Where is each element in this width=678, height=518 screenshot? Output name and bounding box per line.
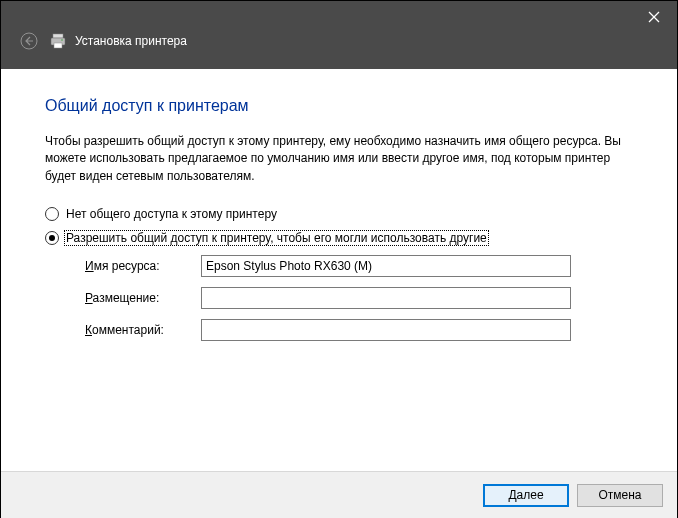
header-title: Установка принтера xyxy=(75,34,187,48)
dialog-footer: Далее Отмена xyxy=(1,471,677,518)
back-button xyxy=(17,29,41,53)
page-heading: Общий доступ к принтерам xyxy=(45,97,633,115)
label-location: Размещение: xyxy=(85,291,201,305)
next-button[interactable]: Далее xyxy=(483,484,569,507)
back-arrow-icon xyxy=(20,32,38,50)
printer-icon xyxy=(49,32,67,50)
dialog-header: Установка принтера xyxy=(1,1,677,69)
cancel-button[interactable]: Отмена xyxy=(577,484,663,507)
label-comment: Комментарий: xyxy=(85,323,201,337)
field-share-name: Имя ресурса: xyxy=(45,255,633,277)
field-comment: Комментарий: xyxy=(45,319,633,341)
radio-icon xyxy=(45,207,59,221)
description-text: Чтобы разрешить общий доступ к этому при… xyxy=(45,133,633,185)
svg-rect-5 xyxy=(54,43,62,48)
close-icon xyxy=(648,11,660,23)
close-button[interactable] xyxy=(631,1,677,33)
input-share-name[interactable] xyxy=(201,255,571,277)
svg-rect-3 xyxy=(53,34,63,38)
input-location[interactable] xyxy=(201,287,571,309)
radio-icon xyxy=(45,231,59,245)
label-share-name: Имя ресурса: xyxy=(85,259,201,273)
field-location: Размещение: xyxy=(45,287,633,309)
radio-no-sharing[interactable]: Нет общего доступа к этому принтеру xyxy=(45,207,633,221)
dialog-content: Общий доступ к принтерам Чтобы разрешить… xyxy=(1,69,677,341)
radio-label: Нет общего доступа к этому принтеру xyxy=(65,207,278,221)
radio-label: Разрешить общий доступ к принтеру, чтобы… xyxy=(65,231,488,245)
svg-point-6 xyxy=(61,39,63,41)
input-comment[interactable] xyxy=(201,319,571,341)
radio-allow-sharing[interactable]: Разрешить общий доступ к принтеру, чтобы… xyxy=(45,231,633,245)
